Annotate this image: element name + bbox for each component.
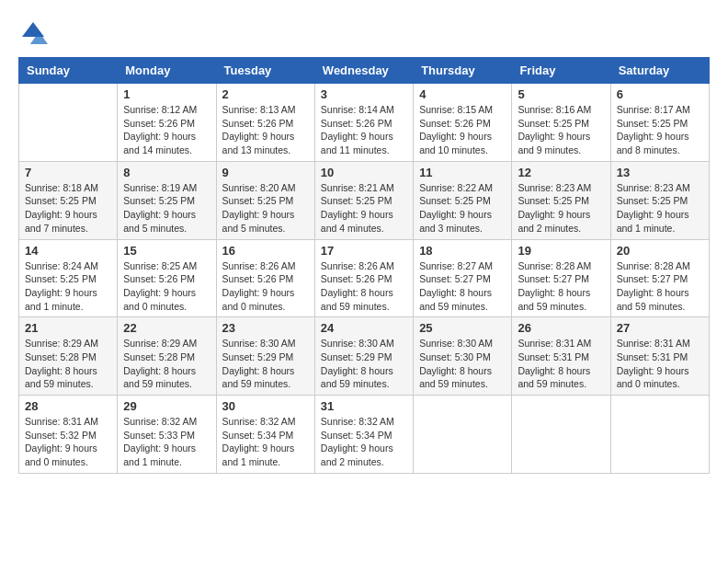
day-number: 24 (321, 321, 407, 335)
day-number: 11 (419, 166, 506, 179)
week-row-3: 14Sunrise: 8:24 AMSunset: 5:25 PMDayligh… (19, 239, 710, 317)
day-cell: 20Sunrise: 8:28 AMSunset: 5:27 PMDayligh… (610, 239, 709, 317)
day-cell: 29Sunrise: 8:32 AMSunset: 5:33 PMDayligh… (118, 396, 216, 474)
weekday-header-monday: Monday (118, 58, 216, 84)
day-cell: 17Sunrise: 8:26 AMSunset: 5:26 PMDayligh… (314, 239, 413, 317)
day-cell: 28Sunrise: 8:31 AMSunset: 5:32 PMDayligh… (19, 396, 118, 474)
day-number: 8 (123, 166, 210, 179)
day-number: 14 (25, 244, 111, 258)
day-number: 2 (222, 87, 309, 101)
week-row-4: 21Sunrise: 8:29 AMSunset: 5:28 PMDayligh… (19, 317, 710, 396)
day-cell: 26Sunrise: 8:31 AMSunset: 5:31 PMDayligh… (512, 317, 610, 396)
weekday-header-row: SundayMondayTuesdayWednesdayThursdayFrid… (19, 58, 710, 84)
day-info: Sunrise: 8:27 AMSunset: 5:27 PMDaylight:… (419, 259, 506, 314)
day-info: Sunrise: 8:13 AMSunset: 5:26 PMDaylight:… (222, 103, 309, 157)
day-info: Sunrise: 8:26 AMSunset: 5:26 PMDaylight:… (321, 259, 407, 314)
day-info: Sunrise: 8:23 AMSunset: 5:25 PMDaylight:… (617, 181, 703, 236)
day-cell: 7Sunrise: 8:18 AMSunset: 5:25 PMDaylight… (19, 161, 118, 239)
day-number: 12 (518, 166, 604, 179)
day-info: Sunrise: 8:20 AMSunset: 5:25 PMDaylight:… (222, 181, 309, 236)
day-number: 25 (419, 321, 506, 335)
day-cell: 8Sunrise: 8:19 AMSunset: 5:25 PMDaylight… (118, 161, 216, 239)
day-cell: 11Sunrise: 8:22 AMSunset: 5:25 PMDayligh… (414, 161, 512, 239)
weekday-header-saturday: Saturday (610, 58, 709, 84)
day-cell (512, 396, 610, 474)
day-cell: 12Sunrise: 8:23 AMSunset: 5:25 PMDayligh… (512, 161, 610, 239)
day-number: 4 (419, 87, 506, 101)
day-cell: 18Sunrise: 8:27 AMSunset: 5:27 PMDayligh… (414, 239, 512, 317)
day-info: Sunrise: 8:22 AMSunset: 5:25 PMDaylight:… (419, 181, 506, 236)
day-number: 20 (617, 244, 703, 258)
day-cell: 1Sunrise: 8:12 AMSunset: 5:26 PMDaylight… (118, 84, 216, 162)
day-cell: 27Sunrise: 8:31 AMSunset: 5:31 PMDayligh… (610, 317, 709, 396)
weekday-header-thursday: Thursday (414, 58, 512, 84)
day-number: 9 (222, 166, 309, 179)
day-number: 31 (321, 399, 407, 413)
day-info: Sunrise: 8:12 AMSunset: 5:26 PMDaylight:… (123, 103, 210, 157)
day-info: Sunrise: 8:32 AMSunset: 5:34 PMDaylight:… (321, 415, 407, 469)
day-number: 22 (123, 321, 210, 335)
day-info: Sunrise: 8:31 AMSunset: 5:32 PMDaylight:… (25, 415, 111, 469)
day-cell (19, 84, 118, 162)
day-info: Sunrise: 8:30 AMSunset: 5:30 PMDaylight:… (419, 337, 506, 391)
day-number: 10 (321, 166, 407, 179)
day-number: 3 (321, 87, 407, 101)
week-row-2: 7Sunrise: 8:18 AMSunset: 5:25 PMDaylight… (19, 161, 710, 239)
day-cell: 21Sunrise: 8:29 AMSunset: 5:28 PMDayligh… (19, 317, 118, 396)
weekday-header-friday: Friday (512, 58, 610, 84)
day-info: Sunrise: 8:19 AMSunset: 5:25 PMDaylight:… (123, 181, 210, 236)
day-number: 21 (25, 321, 111, 335)
day-info: Sunrise: 8:24 AMSunset: 5:25 PMDaylight:… (25, 259, 111, 314)
day-cell: 15Sunrise: 8:25 AMSunset: 5:26 PMDayligh… (118, 239, 216, 317)
week-row-5: 28Sunrise: 8:31 AMSunset: 5:32 PMDayligh… (19, 396, 710, 474)
day-info: Sunrise: 8:14 AMSunset: 5:26 PMDaylight:… (321, 103, 407, 157)
day-number: 23 (222, 321, 309, 335)
day-number: 5 (518, 87, 604, 101)
day-number: 7 (25, 166, 111, 179)
day-cell (610, 396, 709, 474)
weekday-header-tuesday: Tuesday (216, 58, 314, 84)
page-header (18, 18, 710, 48)
day-cell (414, 396, 512, 474)
day-cell: 3Sunrise: 8:14 AMSunset: 5:26 PMDaylight… (314, 84, 413, 162)
week-row-1: 1Sunrise: 8:12 AMSunset: 5:26 PMDaylight… (19, 84, 710, 162)
day-cell: 23Sunrise: 8:30 AMSunset: 5:29 PMDayligh… (216, 317, 314, 396)
day-cell: 2Sunrise: 8:13 AMSunset: 5:26 PMDaylight… (216, 84, 314, 162)
day-cell: 14Sunrise: 8:24 AMSunset: 5:25 PMDayligh… (19, 239, 118, 317)
day-number: 28 (25, 399, 111, 413)
day-info: Sunrise: 8:31 AMSunset: 5:31 PMDaylight:… (518, 337, 604, 391)
day-cell: 9Sunrise: 8:20 AMSunset: 5:25 PMDaylight… (216, 161, 314, 239)
day-info: Sunrise: 8:32 AMSunset: 5:33 PMDaylight:… (123, 415, 210, 469)
day-number: 30 (222, 399, 309, 413)
day-info: Sunrise: 8:26 AMSunset: 5:26 PMDaylight:… (222, 259, 309, 314)
day-info: Sunrise: 8:29 AMSunset: 5:28 PMDaylight:… (123, 337, 210, 391)
weekday-header-sunday: Sunday (19, 58, 118, 84)
day-cell: 30Sunrise: 8:32 AMSunset: 5:34 PMDayligh… (216, 396, 314, 474)
day-cell: 5Sunrise: 8:16 AMSunset: 5:25 PMDaylight… (512, 84, 610, 162)
day-number: 15 (123, 244, 210, 258)
day-cell: 19Sunrise: 8:28 AMSunset: 5:27 PMDayligh… (512, 239, 610, 317)
logo (18, 18, 51, 48)
calendar: SundayMondayTuesdayWednesdayThursdayFrid… (18, 57, 710, 474)
day-info: Sunrise: 8:16 AMSunset: 5:25 PMDaylight:… (518, 103, 604, 157)
logo-icon (18, 18, 48, 48)
day-number: 19 (518, 244, 604, 258)
day-info: Sunrise: 8:17 AMSunset: 5:25 PMDaylight:… (617, 103, 703, 157)
day-cell: 31Sunrise: 8:32 AMSunset: 5:34 PMDayligh… (314, 396, 413, 474)
day-info: Sunrise: 8:30 AMSunset: 5:29 PMDaylight:… (222, 337, 309, 391)
day-number: 16 (222, 244, 309, 258)
day-cell: 13Sunrise: 8:23 AMSunset: 5:25 PMDayligh… (610, 161, 709, 239)
weekday-header-wednesday: Wednesday (314, 58, 413, 84)
day-number: 17 (321, 244, 407, 258)
day-info: Sunrise: 8:23 AMSunset: 5:25 PMDaylight:… (518, 181, 604, 236)
day-number: 6 (617, 87, 703, 101)
day-cell: 10Sunrise: 8:21 AMSunset: 5:25 PMDayligh… (314, 161, 413, 239)
day-cell: 24Sunrise: 8:30 AMSunset: 5:29 PMDayligh… (314, 317, 413, 396)
day-info: Sunrise: 8:29 AMSunset: 5:28 PMDaylight:… (25, 337, 111, 391)
day-cell: 16Sunrise: 8:26 AMSunset: 5:26 PMDayligh… (216, 239, 314, 317)
day-info: Sunrise: 8:25 AMSunset: 5:26 PMDaylight:… (123, 259, 210, 314)
day-number: 29 (123, 399, 210, 413)
day-number: 1 (123, 87, 210, 101)
day-info: Sunrise: 8:21 AMSunset: 5:25 PMDaylight:… (321, 181, 407, 236)
day-cell: 25Sunrise: 8:30 AMSunset: 5:30 PMDayligh… (414, 317, 512, 396)
